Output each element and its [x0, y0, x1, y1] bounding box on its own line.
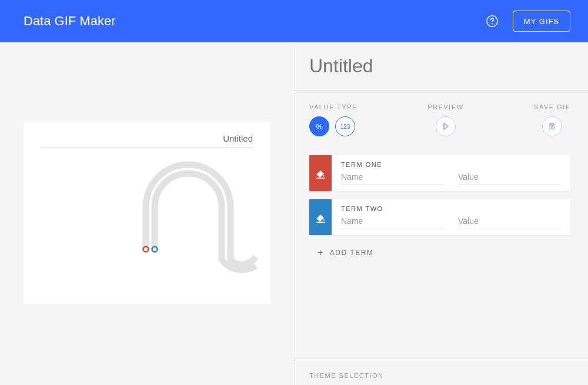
theme-selection-header: THEME SELECTION	[295, 359, 588, 385]
term-color-swatch[interactable]	[309, 155, 332, 191]
svg-point-5	[552, 126, 553, 128]
term-name-input[interactable]	[341, 215, 444, 229]
my-gifs-label: MY GIFS	[524, 17, 559, 26]
preview-title: Untitled	[223, 133, 253, 143]
svg-rect-7	[316, 222, 325, 223]
toolbar: VALUE TYPE % 123 PREVIEW	[295, 91, 588, 148]
add-term-button[interactable]: + ADD TERM	[309, 243, 570, 267]
preview-label: PREVIEW	[427, 103, 463, 111]
save-icon	[548, 122, 556, 130]
term-row: TERM TWO	[309, 199, 570, 235]
term-label: TERM ONE	[341, 161, 561, 168]
terms-list: TERM ONE TERM TWO	[295, 148, 588, 267]
svg-rect-4	[551, 123, 553, 125]
term-label: TERM TWO	[341, 205, 561, 212]
paint-bucket-icon	[315, 168, 326, 179]
percent-icon: %	[316, 122, 323, 131]
svg-point-1	[492, 24, 493, 25]
preview-card: Untitled	[24, 122, 270, 304]
app-header: Data GIF Maker MY GIFS	[0, 0, 588, 42]
help-button[interactable]	[485, 14, 500, 29]
term-name-input[interactable]	[341, 170, 444, 185]
term-color-swatch[interactable]	[309, 199, 332, 235]
play-icon	[442, 123, 449, 130]
add-term-label: ADD TERM	[330, 249, 373, 257]
number-icon: 123	[340, 123, 350, 130]
my-gifs-button[interactable]: MY GIFS	[513, 11, 570, 32]
value-type-number-button[interactable]: 123	[335, 116, 355, 136]
save-gif-button[interactable]	[542, 116, 562, 136]
term-value-input[interactable]	[458, 170, 561, 185]
gif-title-input[interactable]	[309, 55, 588, 77]
term-value-input[interactable]	[458, 215, 561, 229]
theme-selection-label: THEME SELECTION	[309, 372, 383, 379]
help-icon	[486, 15, 499, 28]
term-row: TERM ONE	[309, 155, 570, 191]
preview-play-button[interactable]	[436, 116, 456, 136]
svg-rect-6	[316, 178, 325, 179]
app-title: Data GIF Maker	[24, 14, 485, 29]
value-type-label: VALUE TYPE	[309, 103, 358, 111]
preview-panel: Untitled	[0, 42, 294, 385]
plus-icon: +	[318, 248, 324, 257]
racetrack-preview-icon	[24, 154, 270, 295]
value-type-percent-button[interactable]: %	[309, 116, 329, 136]
edit-panel: VALUE TYPE % 123 PREVIEW	[294, 42, 588, 385]
paint-bucket-icon	[315, 212, 326, 223]
save-gif-label: SAVE GIF	[534, 103, 570, 111]
